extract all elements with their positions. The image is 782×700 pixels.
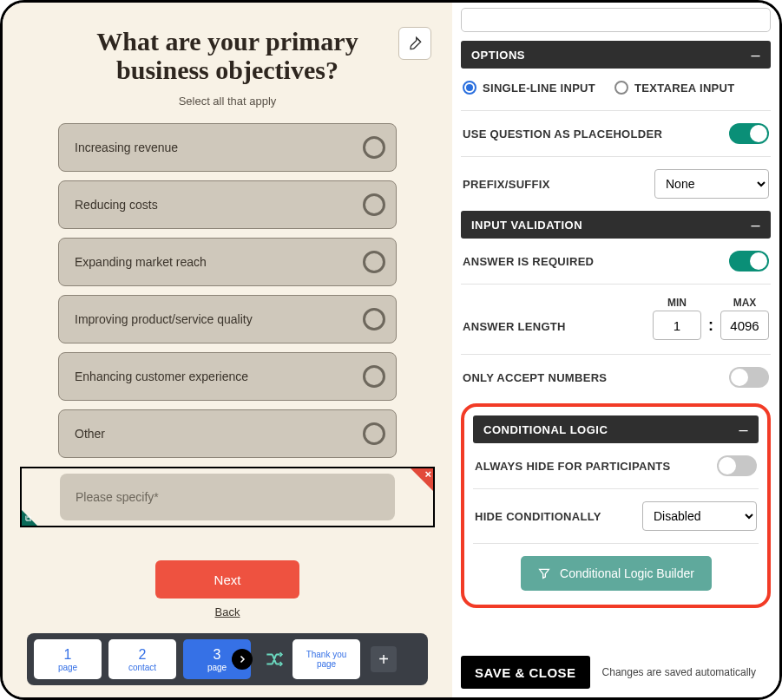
brush-icon — [406, 35, 424, 52]
answer-label: Expanding market reach — [75, 255, 207, 269]
length-label: ANSWER LENGTH — [463, 320, 566, 340]
answer-option[interactable]: Improving product/service quality — [58, 295, 397, 343]
max-input[interactable] — [720, 311, 769, 340]
conditional-logic-builder-button[interactable]: Conditional Logic Builder — [521, 556, 712, 591]
single-line-radio[interactable]: SINGLE-LINE INPUT — [463, 81, 595, 95]
answer-option[interactable]: Enhancing customer experience — [58, 352, 397, 401]
prefix-suffix-select[interactable]: None — [654, 169, 769, 199]
tray-tab-num: 2 — [139, 647, 147, 663]
length-row: ANSWER LENGTH MIN : MAX — [461, 297, 771, 354]
app-frame: What are your primary business objective… — [0, 0, 782, 700]
section-options-header[interactable]: OPTIONS – — [461, 41, 771, 69]
radio-icon — [363, 365, 385, 388]
radio-on-icon — [463, 81, 476, 95]
collapse-icon[interactable]: – — [751, 46, 760, 64]
radio-icon — [363, 136, 385, 159]
required-toggle[interactable] — [729, 251, 769, 271]
answer-label: Improving product/service quality — [75, 312, 253, 326]
preview-panel: What are your primary business objective… — [3, 3, 452, 697]
filter-icon — [537, 566, 551, 580]
divider — [473, 488, 759, 489]
style-brush-button[interactable] — [398, 27, 431, 60]
specify-input[interactable]: Please specify* — [60, 474, 395, 520]
tray-next-arrow[interactable] — [232, 649, 253, 670]
divider — [473, 543, 759, 544]
min-input[interactable] — [653, 311, 701, 340]
tray-tab-label: page — [58, 663, 77, 672]
tray-tab-label: Thank you — [306, 650, 347, 659]
cta-area: Next Back — [20, 560, 435, 618]
answer-label: Reducing costs — [75, 198, 158, 212]
textarea-radio[interactable]: TEXTAREA INPUT — [614, 81, 734, 95]
numbers-label: ONLY ACCEPT NUMBERS — [463, 371, 607, 384]
answers-list: Increasing revenue Reducing costs Expand… — [20, 123, 435, 458]
specify-field-wrap[interactable]: × ⧉ Please specify* — [20, 467, 435, 527]
hide-cond-select[interactable]: Disabled — [642, 501, 757, 531]
answer-label: Enhancing customer experience — [75, 370, 248, 383]
single-line-label: SINGLE-LINE INPUT — [483, 82, 595, 95]
add-page-button[interactable]: + — [371, 646, 397, 672]
section-title: OPTIONS — [471, 49, 525, 62]
collapse-icon[interactable]: – — [751, 216, 760, 234]
question-title: What are your primary business objective… — [54, 27, 401, 84]
tray-tab-label: page — [207, 663, 227, 672]
radio-icon — [363, 251, 385, 273]
page-tray: 1 page 2 contact 3 page Thank you page + — [27, 633, 428, 685]
settings-footer: SAVE & CLOSE Changes are saved automatic… — [461, 647, 771, 689]
question-subtitle: Select all that apply — [20, 95, 435, 108]
answer-option[interactable]: Increasing revenue — [58, 123, 397, 172]
use-placeholder-row: USE QUESTION AS PLACEHOLDER — [461, 123, 771, 156]
min-label: MIN — [667, 297, 687, 309]
section-validation-header[interactable]: INPUT VALIDATION – — [461, 211, 771, 239]
divider — [461, 354, 771, 355]
tray-tab-label: contact — [128, 663, 156, 672]
close-icon[interactable]: × — [424, 468, 431, 481]
answer-label: Increasing revenue — [75, 141, 178, 154]
max-label: MAX — [733, 297, 757, 309]
radio-icon — [363, 193, 385, 216]
section-title: INPUT VALIDATION — [471, 219, 582, 232]
answer-option[interactable]: Expanding market reach — [58, 238, 397, 286]
tray-tab-num: 1 — [64, 647, 72, 663]
autosave-note: Changes are saved automatically — [602, 666, 756, 678]
numbers-row: ONLY ACCEPT NUMBERS — [461, 367, 771, 400]
question-text-input[interactable] — [461, 8, 771, 32]
hide-cond-label: HIDE CONDITIONALLY — [475, 510, 601, 523]
tray-tab-1[interactable]: 1 page — [34, 639, 102, 679]
back-link[interactable]: Back — [215, 605, 240, 618]
tray-tab-thankyou[interactable]: Thank you page — [292, 639, 360, 679]
tray-tab-label: page — [317, 659, 336, 669]
save-close-button[interactable]: SAVE & CLOSE — [461, 656, 590, 689]
flow-icon[interactable] — [263, 648, 286, 671]
settings-scroll: OPTIONS – SINGLE-LINE INPUT TEXTAREA INP… — [461, 8, 771, 647]
section-conditional-header[interactable]: CONDITIONAL LOGIC – — [473, 415, 759, 443]
length-fields: MIN : MAX — [653, 297, 769, 340]
duplicate-icon[interactable]: ⧉ — [25, 514, 31, 524]
tray-tab-2[interactable]: 2 contact — [108, 639, 176, 679]
answer-option[interactable]: Reducing costs — [58, 180, 397, 229]
divider — [461, 284, 771, 285]
divider — [461, 110, 771, 111]
next-button[interactable]: Next — [155, 560, 299, 599]
use-placeholder-toggle[interactable] — [729, 123, 769, 144]
colon: : — [708, 317, 713, 340]
specify-placeholder: Please specify* — [76, 490, 159, 504]
use-placeholder-label: USE QUESTION AS PLACEHOLDER — [463, 128, 662, 141]
input-type-row: SINGLE-LINE INPUT TEXTAREA INPUT — [461, 81, 771, 110]
divider — [461, 156, 771, 157]
conditional-logic-highlight: CONDITIONAL LOGIC – ALWAYS HIDE FOR PART… — [461, 403, 771, 608]
answer-option[interactable]: Other — [58, 409, 397, 458]
section-title: CONDITIONAL LOGIC — [483, 423, 608, 436]
radio-off-icon — [614, 81, 628, 95]
required-row: ANSWER IS REQUIRED — [461, 251, 771, 284]
collapse-icon[interactable]: – — [739, 421, 748, 439]
always-hide-toggle[interactable] — [717, 455, 757, 476]
answer-label: Other — [75, 427, 105, 441]
always-hide-row: ALWAYS HIDE FOR PARTICIPANTS — [473, 455, 759, 488]
hide-cond-row: HIDE CONDITIONALLY Disabled — [473, 501, 759, 543]
textarea-label: TEXTAREA INPUT — [634, 82, 734, 95]
prefix-suffix-row: PREFIX/SUFFIX None — [461, 169, 771, 211]
required-label: ANSWER IS REQUIRED — [463, 255, 594, 268]
numbers-toggle[interactable] — [729, 367, 769, 388]
clb-label: Conditional Logic Builder — [560, 566, 694, 580]
